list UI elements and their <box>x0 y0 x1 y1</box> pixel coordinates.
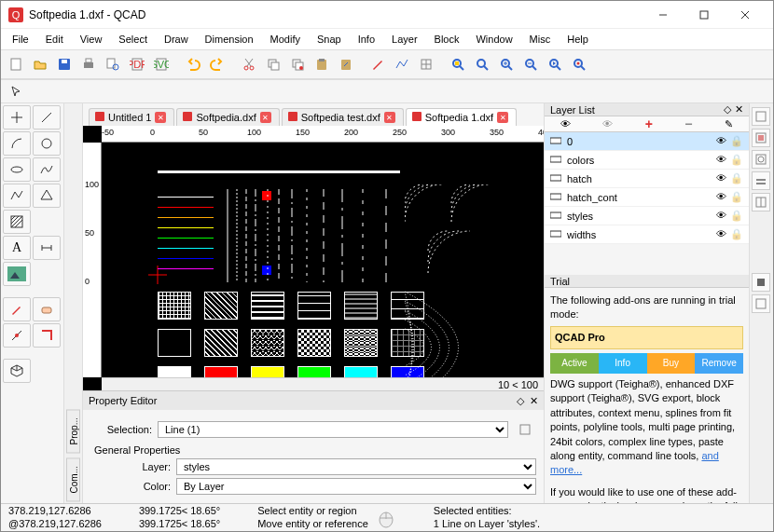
layer-visibility-toggle-icon[interactable]: 👁 <box>602 118 613 130</box>
zoom-window-button[interactable] <box>471 53 493 75</box>
lock-icon[interactable]: 🔒 <box>730 135 743 147</box>
snap-tool[interactable] <box>3 323 31 348</box>
layer-row[interactable]: styles👁🔒 <box>545 207 749 225</box>
erase-tool[interactable] <box>33 297 61 321</box>
menu-select[interactable]: Select <box>111 32 155 47</box>
lock-icon[interactable]: 🔒 <box>730 154 743 166</box>
sidetab-command[interactable]: Com... <box>66 457 80 501</box>
open-button[interactable] <box>29 53 51 75</box>
sidetab-properties[interactable]: Prop... <box>66 409 80 453</box>
image-tool[interactable] <box>3 262 31 286</box>
menu-misc[interactable]: Misc <box>522 32 559 47</box>
spline-tool[interactable] <box>33 157 61 182</box>
grid-button[interactable] <box>415 53 437 75</box>
view-widget-2[interactable] <box>752 129 770 147</box>
tab-0[interactable]: Untitled 1✕ <box>89 108 174 126</box>
new-file-button[interactable] <box>5 53 27 75</box>
menu-view[interactable]: View <box>73 32 110 47</box>
trial-buy-button[interactable]: Buy <box>647 353 696 374</box>
polyline-tool[interactable] <box>3 184 31 208</box>
eye-icon[interactable]: 👁 <box>716 191 726 203</box>
edit-layer-icon[interactable]: ✎ <box>725 118 733 130</box>
eye-icon[interactable]: 👁 <box>716 154 726 166</box>
menu-snap[interactable]: Snap <box>310 32 349 47</box>
draw-button[interactable] <box>366 53 389 75</box>
tab-2[interactable]: Softpedia test.dxf✕ <box>282 108 404 126</box>
tab-close-icon[interactable]: ✕ <box>497 112 508 123</box>
modify-tool[interactable] <box>3 297 31 321</box>
color-dropdown[interactable]: By Layer <box>176 478 536 495</box>
hatch-tool[interactable] <box>3 210 31 234</box>
layer-row[interactable]: colors👁🔒 <box>545 151 749 170</box>
tab-3[interactable]: Softpedia 1.dxf✕ <box>406 108 517 126</box>
eye-icon[interactable]: 👁 <box>716 135 726 147</box>
menu-dimension[interactable]: Dimension <box>198 32 261 47</box>
selection-dropdown[interactable]: Line (1) <box>158 421 508 438</box>
panel-float-icon[interactable]: ◇ <box>724 103 731 116</box>
eye-icon[interactable]: 👁 <box>716 210 726 222</box>
layer-row[interactable]: hatch👁🔒 <box>545 170 749 188</box>
lock-icon[interactable]: 🔒 <box>730 228 743 240</box>
layer-dropdown[interactable]: styles <box>176 458 536 475</box>
lock-icon[interactable]: 🔒 <box>730 172 743 184</box>
cut-button[interactable] <box>238 53 260 75</box>
menu-layer[interactable]: Layer <box>384 32 425 47</box>
zoom-previous-button[interactable] <box>544 53 566 75</box>
view-widget-6[interactable] <box>752 273 770 292</box>
minimize-button[interactable] <box>643 2 684 28</box>
paste-button[interactable] <box>311 53 333 75</box>
text-tool[interactable]: A <box>3 236 31 260</box>
layer-visibility-all-icon[interactable]: 👁 <box>560 118 571 130</box>
isometric-tool[interactable] <box>3 359 31 383</box>
zoom-selection-button[interactable] <box>568 53 590 75</box>
view-widget-1[interactable] <box>752 107 770 126</box>
close-button[interactable] <box>725 2 766 28</box>
layer-row[interactable]: 0👁🔒 <box>545 132 749 151</box>
circle-tool[interactable] <box>33 131 61 156</box>
arc-tool[interactable] <box>3 131 31 156</box>
pointer-button[interactable] <box>5 80 27 102</box>
panel-float-icon[interactable]: ◇ <box>517 395 524 407</box>
h-scrollbar[interactable]: 10 < 100 <box>102 377 544 390</box>
selection-filter-button[interactable] <box>514 418 536 441</box>
redo-button[interactable] <box>206 53 228 75</box>
menu-help[interactable]: Help <box>560 32 596 47</box>
polyline-button[interactable] <box>391 53 413 75</box>
pdf-export-button[interactable]: PDF <box>126 53 148 75</box>
zoom-in-button[interactable] <box>495 53 518 75</box>
dimension-tool[interactable] <box>33 236 61 260</box>
menu-edit[interactable]: Edit <box>38 32 71 47</box>
zoom-out-button[interactable] <box>519 53 542 75</box>
layer-row[interactable]: widths👁🔒 <box>545 225 749 244</box>
panel-close-icon[interactable]: ✕ <box>530 395 538 407</box>
menu-info[interactable]: Info <box>351 32 382 47</box>
undo-button[interactable] <box>182 53 204 75</box>
add-layer-icon[interactable]: + <box>645 116 653 131</box>
view-widget-5[interactable] <box>752 193 770 211</box>
tab-close-icon[interactable]: ✕ <box>260 112 271 123</box>
menu-modify[interactable]: Modify <box>263 32 308 47</box>
auto-zoom-button[interactable] <box>447 53 469 75</box>
panel-close-icon[interactable]: ✕ <box>735 103 743 116</box>
tab-close-icon[interactable]: ✕ <box>384 112 395 123</box>
ellipse-tool[interactable] <box>3 157 31 182</box>
trial-active-button[interactable]: Active <box>550 353 599 374</box>
menu-draw[interactable]: Draw <box>157 32 196 47</box>
remove-layer-icon[interactable]: − <box>684 116 692 131</box>
menu-window[interactable]: Window <box>468 32 519 47</box>
view-widget-7[interactable] <box>752 294 770 313</box>
maximize-button[interactable] <box>684 2 725 28</box>
print-button[interactable] <box>77 53 100 75</box>
measure-tool[interactable] <box>33 323 61 348</box>
point-tool[interactable] <box>3 105 31 130</box>
eye-icon[interactable]: 👁 <box>716 228 726 240</box>
lock-icon[interactable]: 🔒 <box>730 210 743 222</box>
view-widget-3[interactable] <box>752 150 770 169</box>
view-widget-4[interactable] <box>752 171 770 190</box>
print-preview-button[interactable] <box>102 53 124 75</box>
save-button[interactable] <box>53 53 76 75</box>
drawing-area[interactable]: -50050100150200250300350400 100500 <box>83 126 544 390</box>
line-tool[interactable] <box>33 105 61 130</box>
shape-tool[interactable] <box>33 184 61 208</box>
menu-file[interactable]: File <box>5 32 36 47</box>
